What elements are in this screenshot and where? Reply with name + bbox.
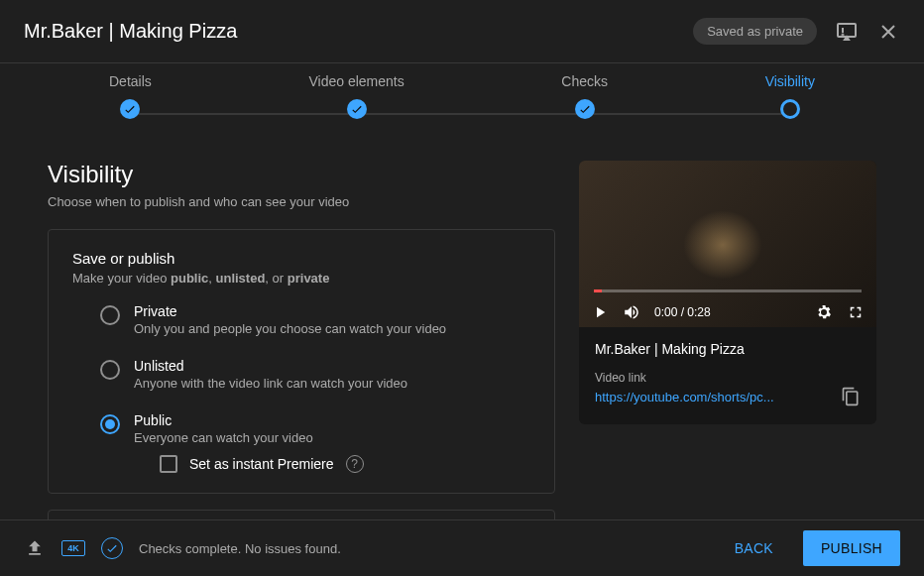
radio-public[interactable]: Public Everyone can watch your video (100, 412, 530, 445)
video-link-label: Video link (595, 371, 861, 385)
stepper: Details Video elements Checks Visibility (0, 63, 924, 137)
check-icon (120, 99, 140, 119)
step-visibility[interactable]: Visibility (765, 73, 815, 119)
check-icon (347, 99, 367, 119)
copy-icon[interactable] (841, 387, 861, 406)
fullscreen-icon[interactable] (847, 303, 865, 321)
status-text: Checks complete. No issues found. (139, 541, 341, 556)
current-step-icon (780, 99, 800, 119)
schedule-box[interactable]: Schedule (48, 510, 555, 519)
publish-button[interactable]: PUBLISH (803, 530, 900, 566)
svg-point-1 (843, 34, 844, 35)
radio-private[interactable]: Private Only you and people you choose c… (100, 303, 530, 336)
step-details[interactable]: Details (109, 73, 152, 119)
play-icon[interactable] (591, 303, 609, 321)
page-title: Mr.Baker | Making Pizza (24, 20, 237, 43)
radio-icon[interactable] (100, 414, 120, 434)
video-thumbnail[interactable]: 0:00 / 0:28 (579, 161, 876, 327)
help-icon[interactable]: ? (346, 455, 364, 473)
svg-rect-0 (838, 24, 856, 37)
radio-icon[interactable] (100, 360, 120, 380)
checks-complete-icon (101, 537, 123, 559)
volume-icon[interactable] (623, 303, 640, 321)
close-icon[interactable] (876, 20, 900, 44)
preview-video-title: Mr.Baker | Making Pizza (595, 341, 861, 357)
save-publish-title: Save or publish (72, 250, 530, 267)
saved-status-badge: Saved as private (693, 18, 817, 45)
premiere-checkbox[interactable] (160, 455, 177, 473)
settings-icon[interactable] (815, 303, 833, 321)
video-link[interactable]: https://youtube.com/shorts/pc... (595, 390, 774, 404)
upload-icon (24, 537, 46, 559)
check-icon (575, 99, 595, 119)
visibility-desc: Choose when to publish and who can see y… (48, 194, 555, 209)
step-video-elements[interactable]: Video elements (308, 73, 404, 119)
video-preview: 0:00 / 0:28 Mr.Baker | Making Pizza Vide… (579, 161, 876, 424)
save-or-publish-box: Save or publish Make your video public, … (48, 229, 555, 494)
progress-bar[interactable] (594, 289, 602, 292)
save-publish-desc: Make your video public, unlisted, or pri… (72, 271, 530, 286)
step-checks[interactable]: Checks (561, 73, 608, 119)
feedback-icon[interactable] (835, 20, 859, 44)
radio-icon[interactable] (100, 305, 120, 325)
back-button[interactable]: BACK (717, 530, 791, 566)
hd-badge: 4K (61, 540, 85, 556)
radio-unlisted[interactable]: Unlisted Anyone with the video link can … (100, 358, 530, 391)
visibility-heading: Visibility (48, 161, 555, 188)
video-time: 0:00 / 0:28 (654, 305, 711, 319)
premiere-label: Set as instant Premiere (189, 456, 334, 472)
